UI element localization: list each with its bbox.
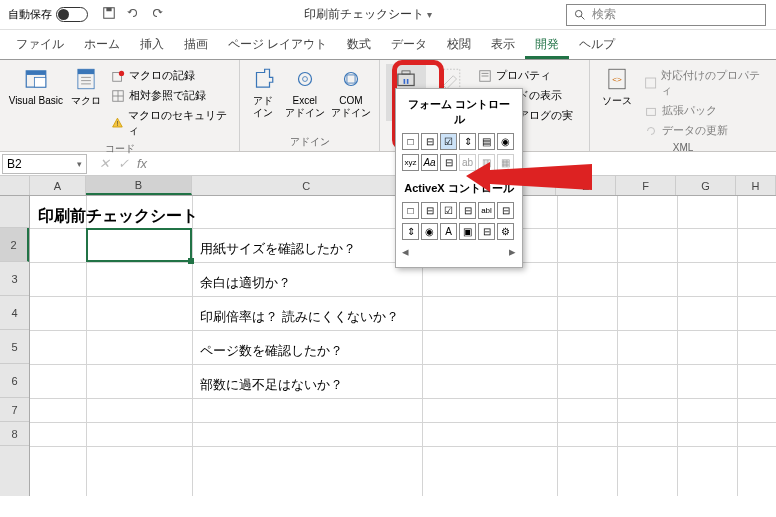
group-code-label: コード <box>6 140 233 156</box>
form-editcombo-icon[interactable]: ▦ <box>497 154 514 171</box>
ax-toggle-icon[interactable]: ⊟ <box>478 223 495 240</box>
cancel-icon[interactable]: ✕ <box>99 156 110 171</box>
refresh-data-button[interactable]: データの更新 <box>640 121 770 140</box>
enter-icon[interactable]: ✓ <box>118 156 129 171</box>
tab-review[interactable]: 校閲 <box>437 30 481 59</box>
excel-addins-button[interactable]: Excel アドイン <box>283 64 327 121</box>
form-combo-icon[interactable]: ⊟ <box>421 133 438 150</box>
document-title[interactable]: 印刷前チェックシート <box>170 6 566 23</box>
warning-icon: ! <box>111 116 124 130</box>
form-checkbox-icon[interactable]: ☑ <box>440 133 457 150</box>
row-4[interactable]: 4 <box>0 296 29 330</box>
autosave-toggle[interactable]: 自動保存 <box>0 7 96 22</box>
addins-button[interactable]: アド イン <box>246 64 281 121</box>
form-label-icon[interactable]: xyz <box>402 154 419 171</box>
svg-point-2 <box>575 10 582 17</box>
record-macro-button[interactable]: マクロの記録 <box>107 66 233 85</box>
ax-more-icon[interactable]: ⚙ <box>497 223 514 240</box>
name-box[interactable]: B2▾ <box>2 154 87 174</box>
ax-label-icon[interactable]: A <box>440 223 457 240</box>
visual-basic-button[interactable]: Visual Basic <box>6 64 66 109</box>
svg-rect-1 <box>106 8 111 12</box>
tab-data[interactable]: データ <box>381 30 437 59</box>
form-groupbox-icon[interactable]: Aa <box>421 154 438 171</box>
form-option-icon[interactable]: ◉ <box>497 133 514 150</box>
fx-icon[interactable]: fx <box>137 156 147 171</box>
properties-label: プロパティ <box>496 68 551 83</box>
record-macro-label: マクロの記録 <box>129 68 195 83</box>
ax-scrollbar-icon[interactable]: ⊟ <box>497 202 514 219</box>
ax-option-icon[interactable]: ◉ <box>421 223 438 240</box>
ribbon: Visual Basic マクロ マクロの記録 相対参照で記録 !マクロのセキュ… <box>0 60 776 152</box>
macros-button[interactable]: マクロ <box>68 64 105 109</box>
col-B[interactable]: B <box>86 176 192 195</box>
active-cell-B2[interactable] <box>86 228 192 262</box>
tab-help[interactable]: ヘルプ <box>569 30 625 59</box>
svg-rect-6 <box>34 77 45 87</box>
group-addins-label: アドイン <box>246 133 373 149</box>
macros-icon <box>73 66 99 92</box>
addins-label: アド イン <box>253 95 273 119</box>
svg-rect-37 <box>647 108 656 115</box>
expansion-pack-button[interactable]: 拡張パック <box>640 101 770 120</box>
ax-button-icon[interactable]: □ <box>402 202 419 219</box>
ax-spin-icon[interactable]: ⇕ <box>402 223 419 240</box>
properties-button[interactable]: プロパティ <box>474 66 583 85</box>
row-3[interactable]: 3 <box>0 262 29 296</box>
slider-right-icon[interactable]: ▸ <box>509 244 516 259</box>
row-2[interactable]: 2 <box>0 228 29 262</box>
ax-image-icon[interactable]: ▣ <box>459 223 476 240</box>
col-E[interactable]: E <box>556 176 616 195</box>
refresh-icon <box>644 124 658 138</box>
save-icon[interactable] <box>102 6 116 23</box>
row-7[interactable]: 7 <box>0 398 29 422</box>
tab-developer[interactable]: 開発 <box>525 30 569 59</box>
form-combo2-icon[interactable]: ▥ <box>478 154 495 171</box>
tab-insert[interactable]: 挿入 <box>130 30 174 59</box>
ax-textbox-icon[interactable]: abl <box>478 202 495 219</box>
col-H[interactable]: H <box>736 176 776 195</box>
tab-view[interactable]: 表示 <box>481 30 525 59</box>
com-addins-button[interactable]: COM アドイン <box>329 64 373 121</box>
form-scrollbar-icon[interactable]: ⊟ <box>440 154 457 171</box>
toggle-off-icon[interactable] <box>56 7 88 22</box>
redo-icon[interactable] <box>150 6 164 23</box>
svg-rect-8 <box>78 69 94 74</box>
tab-pagelayout[interactable]: ページ レイアウト <box>218 30 337 59</box>
ax-checkbox-icon[interactable]: ☑ <box>440 202 457 219</box>
relative-reference-button[interactable]: 相対参照で記録 <box>107 86 233 105</box>
map-properties-button[interactable]: 対応付けのプロパティ <box>640 66 770 100</box>
col-A[interactable]: A <box>30 176 86 195</box>
macro-security-button[interactable]: !マクロのセキュリティ <box>107 106 233 140</box>
tab-home[interactable]: ホーム <box>74 30 130 59</box>
col-F[interactable]: F <box>616 176 676 195</box>
col-G[interactable]: G <box>676 176 736 195</box>
row-1[interactable] <box>0 196 29 228</box>
grid-icon <box>111 89 125 103</box>
tab-draw[interactable]: 描画 <box>174 30 218 59</box>
form-text-icon[interactable]: ab <box>459 154 476 171</box>
svg-point-13 <box>119 70 124 75</box>
form-listbox-icon[interactable]: ▤ <box>478 133 495 150</box>
tab-formulas[interactable]: 数式 <box>337 30 381 59</box>
visual-basic-label: Visual Basic <box>9 95 63 107</box>
tab-file[interactable]: ファイル <box>6 30 74 59</box>
slider-left-icon[interactable]: ◂ <box>402 244 409 259</box>
ax-listbox-icon[interactable]: ⊟ <box>459 202 476 219</box>
record-macro-icon <box>111 69 125 83</box>
row-6[interactable]: 6 <box>0 364 29 398</box>
ax-combo-icon[interactable]: ⊟ <box>421 202 438 219</box>
svg-rect-5 <box>26 71 46 75</box>
source-button[interactable]: <> ソース <box>596 64 638 109</box>
svg-point-18 <box>298 73 311 86</box>
com-addins-icon <box>338 66 364 92</box>
col-C[interactable]: C <box>192 176 422 195</box>
search-box[interactable]: 検索 <box>566 4 766 26</box>
chevron-down-icon[interactable]: ▾ <box>77 159 82 169</box>
undo-icon[interactable] <box>126 6 140 23</box>
row-5[interactable]: 5 <box>0 330 29 364</box>
row-8[interactable]: 8 <box>0 422 29 446</box>
form-button-icon[interactable]: □ <box>402 133 419 150</box>
select-all-corner[interactable] <box>0 176 30 195</box>
form-spinner-icon[interactable]: ⇕ <box>459 133 476 150</box>
